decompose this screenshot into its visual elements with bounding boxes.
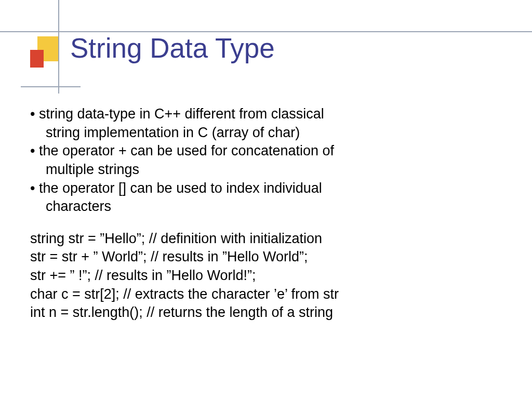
bullet-1-line-1: • string data-type in C++ different from… [30, 105, 511, 124]
bullet-3-line-2: characters [30, 197, 511, 216]
slide: String Data Type • string data-type in C… [0, 0, 532, 399]
divider-horizontal-short [21, 86, 81, 87]
code-line-3: str += ” !”; // results in ”Hello World!… [30, 267, 511, 285]
code-example: string str = ”Hello”; // definition with… [30, 230, 511, 322]
slide-title: String Data Type [70, 32, 275, 64]
code-line-2: str = str + ” World”; // results in ”Hel… [30, 248, 511, 267]
bullet-list: • string data-type in C++ different from… [30, 105, 511, 216]
bullet-3-line-1: • the operator [] can be used to index i… [30, 179, 511, 198]
red-square-icon [30, 50, 44, 68]
code-line-1: string str = ”Hello”; // definition with… [30, 230, 511, 248]
code-line-5: int n = str.length(); // returns the len… [30, 303, 511, 322]
divider-vertical [58, 0, 59, 94]
slide-body: • string data-type in C++ different from… [30, 105, 511, 322]
bullet-1-line-2: string implementation in C (array of cha… [30, 124, 511, 142]
code-line-4: char c = str[2]; // extracts the charact… [30, 285, 511, 304]
bullet-2-line-2: multiple strings [30, 161, 511, 179]
bullet-2-line-1: • the operator + can be used for concate… [30, 142, 511, 161]
